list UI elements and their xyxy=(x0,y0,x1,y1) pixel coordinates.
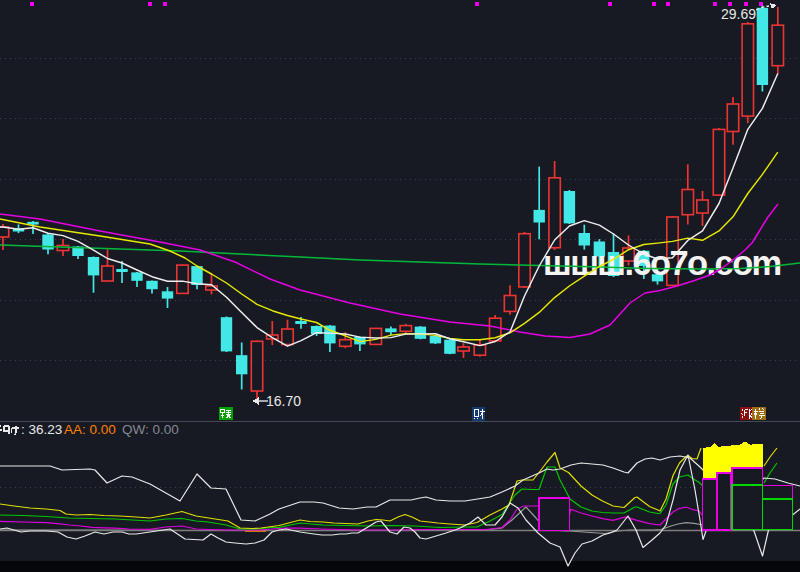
svg-text:AA: 0.00: AA: 0.00 xyxy=(64,422,116,437)
svg-text:29.69: 29.69 xyxy=(721,6,756,22)
svg-text:QW: 0.00: QW: 0.00 xyxy=(122,422,179,437)
svg-text:16.70: 16.70 xyxy=(266,393,301,409)
svg-text:: 36.23: : 36.23 xyxy=(21,422,62,437)
